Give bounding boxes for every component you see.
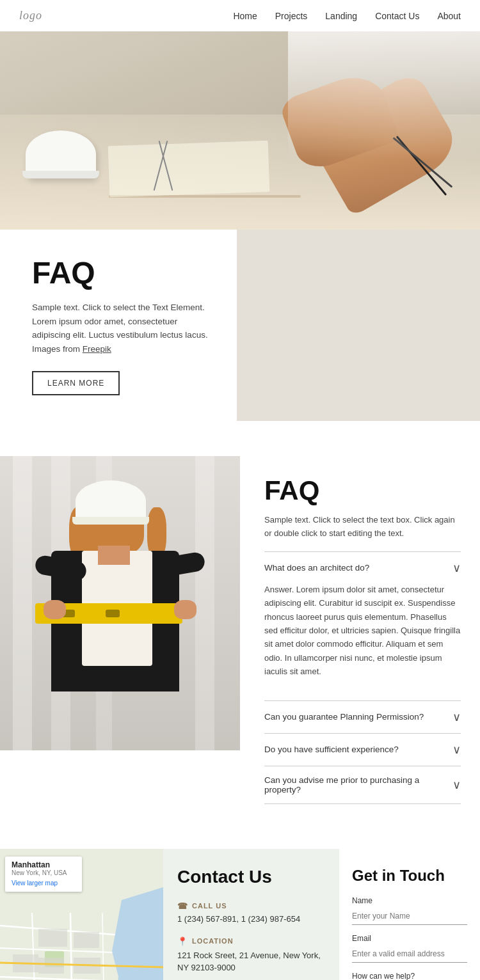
nav-links: Home Projects Landing Contact Us About <box>233 10 461 22</box>
contact-location-block: 📍 LOCATION 121 Rock Sreet, 21 Avenue, Ne… <box>177 937 325 974</box>
name-form-group: Name <box>352 896 467 925</box>
faq-item-2[interactable]: Can you guarantee Planning Permission? ∨ <box>264 700 461 733</box>
nav-about[interactable]: About <box>437 11 461 21</box>
contact-info: Contact Us ☎ CALL US 1 (234) 567-891, 1 … <box>163 849 339 980</box>
chevron-down-icon-2: ∨ <box>452 710 461 724</box>
message-form-group: How can we help? <box>352 972 467 980</box>
navbar: logo Home Projects Landing Contact Us Ab… <box>0 0 480 31</box>
email-label: Email <box>352 934 467 943</box>
faq-answer-1: Answer. Lorem ipsum dolor sit amet, cons… <box>264 583 461 679</box>
contact-address: 121 Rock Sreet, 21 Avenue, New York, NY … <box>177 949 325 974</box>
svg-rect-17 <box>38 958 64 974</box>
logo: logo <box>19 9 42 22</box>
contact-title: Contact Us <box>177 867 325 887</box>
faq-card-white: FAQ Sample text. Click to select the Tex… <box>0 230 237 421</box>
faq-card-title: FAQ <box>32 255 211 290</box>
location-icon: 📍 <box>177 937 188 946</box>
faq-image-section: FAQ Sample text. Click to select the tex… <box>0 456 480 848</box>
contact-location-title: 📍 LOCATION <box>177 937 325 946</box>
hero-image <box>0 31 480 230</box>
get-in-touch-panel: Get in Touch Name Email How can we help?… <box>339 849 480 980</box>
faq-question-text-1: What does an architect do? <box>264 563 369 573</box>
contact-call-title: ☎ CALL US <box>177 901 325 911</box>
name-input[interactable] <box>352 908 467 925</box>
get-in-touch-title: Get in Touch <box>352 867 467 885</box>
faq-card-right-bg <box>237 230 480 421</box>
chevron-down-icon-1: ∨ <box>452 561 461 575</box>
view-larger-map-link[interactable]: View larger map <box>12 880 58 887</box>
nav-landing[interactable]: Landing <box>325 11 357 21</box>
name-label: Name <box>352 896 467 905</box>
faq-question-4[interactable]: Can you advise me prior to purchasing a … <box>264 775 461 794</box>
email-form-group: Email <box>352 934 467 963</box>
svg-rect-16 <box>74 932 99 948</box>
faq-question-text-4: Can you advise me prior to purchasing a … <box>264 775 452 794</box>
map-container: New York Manhattan New York, NY, USA Vie… <box>0 849 163 980</box>
faq-question-text-2: Can you guarantee Planning Permission? <box>264 712 424 722</box>
message-label: How can we help? <box>352 972 467 980</box>
faq-section-intro: Sample text. Click to select the text bo… <box>264 514 461 539</box>
faq-question-3[interactable]: Do you have sufficient experience? ∨ <box>264 743 461 757</box>
faq-item-3[interactable]: Do you have sufficient experience? ∨ <box>264 733 461 766</box>
map-location-label: Manhattan New York, NY, USA View larger … <box>5 857 82 892</box>
faq-section-image <box>0 456 240 750</box>
faq-card-description: Sample text. Click to select the Text El… <box>32 301 211 356</box>
nav-home[interactable]: Home <box>233 11 257 21</box>
contact-call-block: ☎ CALL US 1 (234) 567-891, 1 (234) 987-6… <box>177 901 325 924</box>
faq-question-2[interactable]: Can you guarantee Planning Permission? ∨ <box>264 710 461 724</box>
phone-icon: ☎ <box>177 901 188 911</box>
faq-content: FAQ Sample text. Click to select the tex… <box>240 456 480 823</box>
faq-question-1[interactable]: What does an architect do? ∨ <box>264 561 461 575</box>
faq-item-4[interactable]: Can you advise me prior to purchasing a … <box>264 766 461 804</box>
faq-question-text-3: Do you have sufficient experience? <box>264 745 399 754</box>
svg-rect-15 <box>38 929 67 947</box>
map-city-name: Manhattan <box>12 860 76 869</box>
contact-call-number: 1 (234) 567-891, 1 (234) 987-654 <box>177 914 325 924</box>
faq-section-title: FAQ <box>264 475 461 506</box>
nav-contact-us[interactable]: Contact Us <box>375 11 419 21</box>
email-input[interactable] <box>352 945 467 963</box>
contact-section: New York Manhattan New York, NY, USA Vie… <box>0 849 480 980</box>
chevron-down-icon-3: ∨ <box>452 743 461 757</box>
nav-projects[interactable]: Projects <box>275 11 308 21</box>
chevron-down-icon-4: ∨ <box>452 778 461 792</box>
faq-card-section: FAQ Sample text. Click to select the Tex… <box>0 230 480 421</box>
faq-card-freepik-link[interactable]: Freepik <box>83 344 111 354</box>
faq-item-1[interactable]: What does an architect do? ∨ Answer. Lor… <box>264 551 461 688</box>
learn-more-button[interactable]: LEARN MORE <box>32 371 120 395</box>
map-city-state: New York, NY, USA <box>12 869 76 876</box>
